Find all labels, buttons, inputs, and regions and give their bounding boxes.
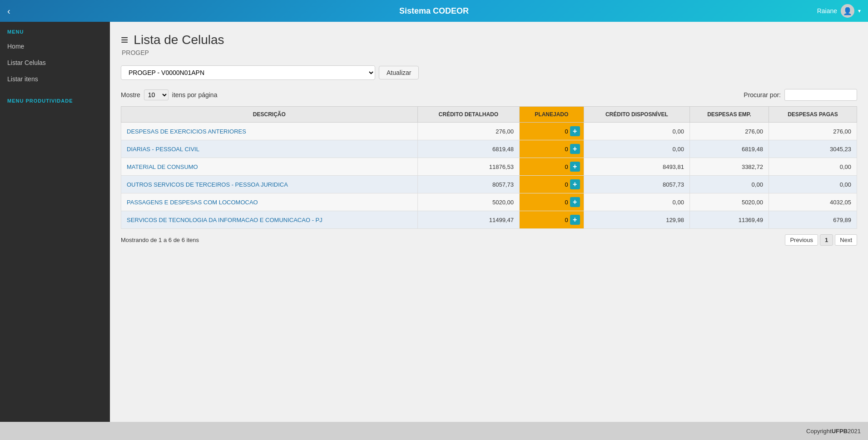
avatar: 👤	[841, 4, 854, 18]
planejado-value: 0	[565, 181, 568, 188]
row-descricao-link[interactable]: PASSAGENS E DESPESAS COM LOCOMOCAO	[127, 199, 258, 206]
atualizar-button[interactable]: Atualizar	[379, 66, 419, 79]
row-planejado: 0+	[519, 193, 584, 211]
filter-row: PROGEP - V0000N01APN Atualizar	[121, 65, 857, 80]
page-subtitle: PROGEP	[122, 49, 857, 56]
filter-select[interactable]: PROGEP - V0000N01APN	[121, 65, 375, 80]
chevron-down-icon[interactable]: ▾	[858, 8, 861, 14]
sidebar-item-home[interactable]: Home	[0, 38, 110, 54]
col-header-credito-disponivel: CRÉDITO DISPOSNÍVEL	[584, 107, 689, 123]
add-planejado-button[interactable]: +	[570, 197, 580, 207]
row-descricao-link[interactable]: SERVICOS DE TECNOLOGIA DA INFORMACAO E C…	[127, 217, 322, 223]
search-input[interactable]	[784, 89, 857, 101]
page-title-area: ≡ Lista de Celulas	[121, 33, 857, 47]
sidebar: MENU Home Listar Celulas Listar itens ME…	[0, 22, 110, 422]
footer-text: CopyrightUFPB2021	[806, 428, 861, 435]
row-descricao-link[interactable]: MATERIAL DE CONSUMO	[127, 163, 198, 170]
back-button[interactable]: ‹	[7, 6, 10, 16]
row-despesas-emp: 5020,00	[689, 193, 769, 211]
col-header-descricao: DESCRIÇÃO	[121, 107, 418, 123]
show-label: Mostre	[121, 91, 140, 99]
col-header-planejado: PLANEJADO	[519, 107, 584, 123]
planejado-value: 0	[565, 163, 568, 170]
row-planejado: 0+	[519, 211, 584, 229]
sidebar-item-listar-itens[interactable]: Listar itens	[0, 71, 110, 87]
row-despesas-pagas: 3045,23	[769, 140, 857, 158]
page-1-button[interactable]: 1	[820, 234, 833, 246]
footer: CopyrightUFPB2021	[0, 422, 868, 440]
row-credito-disponivel: 8057,73	[584, 176, 689, 193]
row-despesas-pagas: 0,00	[769, 158, 857, 176]
sidebar-item-listar-celulas[interactable]: Listar Celulas	[0, 54, 110, 71]
row-despesas-emp: 0,00	[689, 176, 769, 193]
header-user-area: Raiane 👤 ▾	[817, 4, 861, 18]
table-row: SERVICOS DE TECNOLOGIA DA INFORMACAO E C…	[121, 211, 857, 229]
add-planejado-button[interactable]: +	[570, 126, 580, 136]
row-planejado: 0+	[519, 158, 584, 176]
header: ‹ Sistema CODEOR Raiane 👤 ▾	[0, 0, 868, 22]
search-label: Procurar por:	[744, 91, 781, 99]
table-row: PASSAGENS E DESPESAS COM LOCOMOCAO5020,0…	[121, 193, 857, 211]
sidebar-menu-produtividade-label: MENU PRODUTIVIDADE	[0, 91, 110, 107]
row-credito-disponivel: 0,00	[584, 123, 689, 140]
add-planejado-button[interactable]: +	[570, 215, 580, 225]
row-credito-detalhado: 11499,47	[417, 211, 519, 229]
page-title: Lista de Celulas	[134, 33, 224, 47]
row-planejado: 0+	[519, 176, 584, 193]
row-descricao-link[interactable]: DESPESAS DE EXERCICIOS ANTERIORES	[127, 128, 246, 135]
row-despesas-pagas: 0,00	[769, 176, 857, 193]
previous-button[interactable]: Previous	[785, 234, 818, 246]
planejado-value: 0	[565, 199, 568, 206]
row-credito-detalhado: 276,00	[417, 123, 519, 140]
row-descricao-link[interactable]: OUTROS SERVICOS DE TERCEIROS - PESSOA JU…	[127, 181, 288, 188]
row-credito-disponivel: 129,98	[584, 211, 689, 229]
show-entries-area: Mostre 10 25 50 100 itens por página	[121, 89, 217, 100]
planejado-value: 0	[565, 146, 568, 153]
add-planejado-button[interactable]: +	[570, 179, 580, 189]
next-button[interactable]: Next	[835, 234, 857, 246]
main-content: ≡ Lista de Celulas PROGEP PROGEP - V0000…	[110, 22, 868, 422]
per-page-label: itens por página	[172, 91, 218, 99]
row-planejado: 0+	[519, 123, 584, 140]
col-header-credito-detalhado: CRÉDITO DETALHADO	[417, 107, 519, 123]
row-despesas-pagas: 276,00	[769, 123, 857, 140]
pagination-row: Mostrando de 1 a 6 de 6 itens Previous 1…	[121, 234, 857, 246]
data-table: DESCRIÇÃO CRÉDITO DETALHADO PLANEJADO CR…	[121, 106, 857, 229]
col-header-despesas-emp: DESPESAS EMP.	[689, 107, 769, 123]
list-icon: ≡	[121, 33, 128, 47]
row-despesas-pagas: 4032,05	[769, 193, 857, 211]
planejado-value: 0	[565, 217, 568, 223]
table-row: OUTROS SERVICOS DE TERCEIROS - PESSOA JU…	[121, 176, 857, 193]
layout: MENU Home Listar Celulas Listar itens ME…	[0, 22, 868, 422]
row-credito-detalhado: 5020,00	[417, 193, 519, 211]
row-credito-detalhado: 6819,48	[417, 140, 519, 158]
table-row: MATERIAL DE CONSUMO11876,530+8493,813382…	[121, 158, 857, 176]
search-area: Procurar por:	[744, 89, 857, 101]
header-title: Sistema CODEOR	[399, 6, 469, 16]
add-planejado-button[interactable]: +	[570, 162, 580, 172]
row-despesas-pagas: 679,89	[769, 211, 857, 229]
row-despesas-emp: 3382,72	[689, 158, 769, 176]
row-despesas-emp: 11369,49	[689, 211, 769, 229]
row-credito-disponivel: 8493,81	[584, 158, 689, 176]
pagination-controls: Previous 1 Next	[785, 234, 857, 246]
row-despesas-emp: 276,00	[689, 123, 769, 140]
entries-select[interactable]: 10 25 50 100	[144, 89, 169, 100]
add-planejado-button[interactable]: +	[570, 144, 580, 154]
row-credito-detalhado: 11876,53	[417, 158, 519, 176]
row-descricao-link[interactable]: DIARIAS - PESSOAL CIVIL	[127, 146, 199, 153]
row-credito-disponivel: 0,00	[584, 140, 689, 158]
username-label: Raiane	[817, 7, 837, 15]
pagination-summary: Mostrando de 1 a 6 de 6 itens	[121, 237, 199, 243]
col-header-despesas-pagas: DESPESAS PAGAS	[769, 107, 857, 123]
table-row: DIARIAS - PESSOAL CIVIL6819,480+0,006819…	[121, 140, 857, 158]
table-controls: Mostre 10 25 50 100 itens por página Pro…	[121, 89, 857, 101]
table-row: DESPESAS DE EXERCICIOS ANTERIORES276,000…	[121, 123, 857, 140]
row-planejado: 0+	[519, 140, 584, 158]
sidebar-menu-label: MENU	[0, 22, 110, 38]
row-despesas-emp: 6819,48	[689, 140, 769, 158]
row-credito-detalhado: 8057,73	[417, 176, 519, 193]
row-credito-disponivel: 0,00	[584, 193, 689, 211]
planejado-value: 0	[565, 128, 568, 135]
